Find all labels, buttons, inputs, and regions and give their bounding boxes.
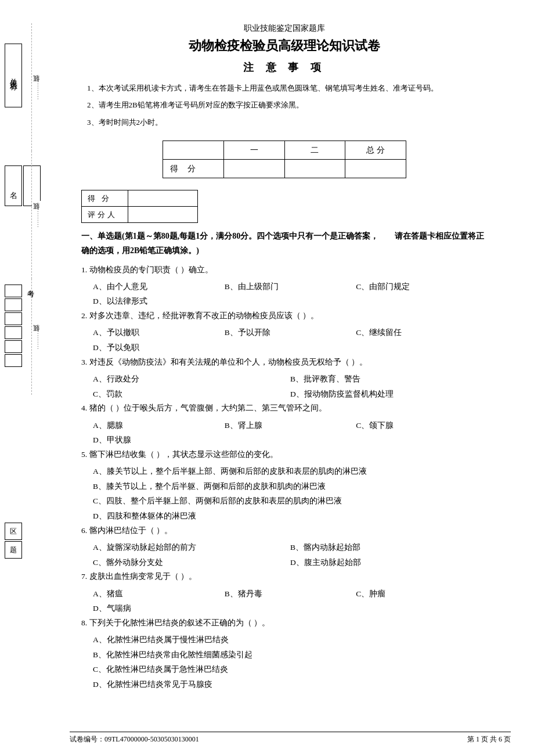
area-label: 区: [10, 527, 17, 537]
area-box: 区: [5, 523, 22, 540]
score-table-empty: [163, 141, 224, 160]
question-7: 7. 皮肤出血性病变常见于（ ）。: [81, 570, 488, 584]
notice-item-1: 1、本次考试采用机读卡方式，请考生在答题卡上用蓝色或黑色圆珠笔、钢笔填写考生姓名…: [81, 81, 488, 95]
cut-line-3: ……装订线……: [31, 279, 32, 395]
q5-opt-b: B、膝关节以上，整个后半躯、两侧和后部的皮肤和肌肉的淋巴液: [93, 479, 488, 494]
title-label: 题: [10, 545, 17, 555]
name-label: 名: [8, 185, 19, 187]
question-5: 5. 髂下淋巴结收集（ ），其状态显示这些部位的变化。: [81, 448, 488, 462]
q8-opt-c: C、化脓性淋巴结炎属于急性淋巴结炎: [93, 662, 488, 677]
footer-exam-code-label: 试卷编号：: [70, 735, 104, 743]
name-value-box: [23, 165, 41, 206]
title-sub: 职业技能鉴定国家题库: [81, 23, 488, 34]
q4-opt-c: C、颌下腺: [356, 418, 488, 433]
question-6: 6. 髂内淋巴结位于（ ）。: [81, 524, 488, 538]
score-table-val-total: [345, 160, 406, 178]
score-table-header-total: 总 分: [345, 141, 406, 160]
score-table-val-2: [284, 160, 345, 178]
q5-opt-a: A、膝关节以上，整个后半躯上部、两侧和后部的皮肤和表层的肌肉的淋巴液: [93, 464, 488, 479]
cut-line-1: ……装订线……: [31, 23, 32, 151]
section1-header: 一、单选题(第1题～第80题,每题1分，满分80分。四个选项中只有一个是正确答案…: [81, 229, 488, 258]
unit-name-label: 单位名称: [8, 72, 19, 79]
exam-num-box-5: [5, 340, 22, 353]
exam-num-label-vert: 考号: [26, 285, 35, 287]
title-notice: 注 意 事 项: [81, 60, 488, 74]
q2-opt-c: C、继续留任: [356, 325, 488, 340]
q7-opt-a: A、猪瘟: [93, 586, 225, 602]
main-content: 职业技能鉴定国家题库 动物检疫检验员高级理论知识试卷 注 意 事 项 1、本次考…: [81, 23, 488, 692]
cut-line-2-text: ……装订线……: [32, 201, 41, 229]
score-table-header-1: 一: [223, 141, 284, 160]
small-score-val-2: [128, 207, 198, 223]
q5-opt-c: C、四肢、整个后半躯上部、两侧和后部的皮肤和表层的肌肉的淋巴液: [93, 494, 488, 509]
q4-opt-b: B、肾上腺: [225, 418, 356, 433]
q5-opt-d: D、四肢和整体躯体的淋巴液: [93, 509, 488, 524]
q4-opt-d: D、甲状腺: [93, 433, 488, 448]
score-table-container: 一 二 总 分 得 分: [163, 141, 406, 178]
exam-num-box-1: [5, 285, 22, 297]
score-table-label: 得 分: [163, 160, 224, 178]
q1-opt-c: C、由部门规定: [356, 279, 488, 294]
question-4-options: A、腮腺 B、肾上腺 C、颌下腺 D、甲状腺: [81, 418, 488, 448]
q1-opt-a: A、由个人意见: [93, 279, 225, 294]
exam-num-box-3: [5, 312, 22, 325]
footer-exam-code-value: 09TL47000000-50305030130001: [104, 735, 199, 743]
exam-page: 单位名称 ……装订线…… 名 ……装订线…… 考号 ……装订线……: [0, 0, 534, 756]
notice-item-2: 2、请考生用2B铅笔将准考证号码所对应的数字按正确要求涂黑。: [81, 98, 488, 111]
q6-opt-c: C、髂外动脉分支处: [93, 555, 290, 570]
score-table-val-1: [223, 160, 284, 178]
q6-opt-d: D、腹主动脉起始部: [290, 555, 488, 570]
q1-opt-b: B、由上级部门: [225, 279, 356, 294]
footer-page-info: 第 1 页 共 6 页: [467, 735, 511, 744]
question-3-options: A、行政处分 B、批评教育、警告 C、罚款 D、报动物防疫监督机构处理: [81, 372, 488, 401]
cut-line-3-text: ……装订线……: [32, 323, 41, 351]
q1-opt-d: D、以法律形式: [93, 294, 488, 309]
exam-num-box-4: [5, 326, 22, 339]
score-table: 一 二 总 分 得 分: [163, 141, 406, 178]
small-score-label-2: 评分人: [82, 207, 128, 223]
score-table-header-2: 二: [284, 141, 345, 160]
question-8: 8. 下列关于化脓性淋巴结炎的叙述不正确的为（ ）。: [81, 616, 488, 630]
q4-opt-a: A、腮腺: [93, 418, 225, 433]
left-labels: 单位名称 ……装订线…… 名 ……装订线…… 考号 ……装订线……: [0, 0, 64, 756]
question-2: 2. 对多次违章、违纪，经批评教育不改正的动物检疫员应该（ ）。: [81, 309, 488, 323]
q2-opt-b: B、予以开除: [225, 325, 356, 340]
question-2-options: A、予以撤职 B、予以开除 C、继续留任 D、予以免职: [81, 325, 488, 355]
q8-opt-b: B、化脓性淋巴结炎常由化脓性细菌感染引起: [93, 647, 488, 663]
q7-opt-b: B、猪丹毒: [225, 586, 356, 602]
q3-opt-d: D、报动物防疫监督机构处理: [290, 387, 488, 402]
footer-exam-code: 试卷编号：09TL47000000-50305030130001: [70, 735, 199, 744]
q6-opt-a: A、旋髂深动脉起始部的前方: [93, 540, 290, 555]
q8-opt-a: A、化脓性淋巴结炎属于慢性淋巴结炎: [93, 632, 488, 647]
question-1: 1. 动物检疫员的专门职责（ ）确立。: [81, 263, 488, 277]
q3-opt-a: A、行政处分: [93, 372, 290, 387]
question-7-options: A、猪瘟 B、猪丹毒 C、肿瘤 D、气喘病: [81, 586, 488, 616]
q8-opt-d: D、化脓性淋巴结炎常见于马腺疫: [93, 677, 488, 692]
exam-num-box-6: [5, 354, 22, 367]
cut-line-2: ……装订线……: [31, 151, 32, 279]
question-4: 4. 猪的（ ）位于喉头后方，气管腹侧，大约第二、第三气管环之间。: [81, 401, 488, 415]
name-box: 名: [5, 165, 22, 206]
q3-opt-b: B、批评教育、警告: [290, 372, 488, 387]
question-1-options: A、由个人意见 B、由上级部门 C、由部门规定 D、以法律形式: [81, 279, 488, 309]
q6-opt-b: B、髂内动脉起始部: [290, 540, 488, 555]
footer: 试卷编号：09TL47000000-50305030130001 第 1 页 共…: [70, 732, 511, 744]
area-title-area: 区 题: [5, 523, 22, 559]
cut-line-1-text: ……装订线……: [32, 73, 41, 101]
small-score-table: 得 分 评分人: [81, 190, 198, 223]
title-box: 题: [5, 541, 22, 559]
question-6-options: A、旋髂深动脉起始部的前方 B、髂内动脉起始部 C、髂外动脉分支处 D、腹主动脉…: [81, 540, 488, 570]
notice-item-3: 3、考时时间共2小时。: [81, 116, 488, 129]
q7-opt-d: D、气喘病: [93, 601, 488, 616]
exam-num-box-2: [5, 298, 22, 311]
question-5-options: A、膝关节以上，整个后半躯上部、两侧和后部的皮肤和表层的肌肉的淋巴液 B、膝关节…: [81, 464, 488, 524]
q3-opt-c: C、罚款: [93, 387, 290, 402]
question-3: 3. 对违反《动物防疫法》和有关法规的单位和个人，动物检疫员无权给予（ ）。: [81, 355, 488, 369]
question-8-options: A、化脓性淋巴结炎属于慢性淋巴结炎 B、化脓性淋巴结炎常由化脓性细菌感染引起 C…: [81, 632, 488, 692]
q7-opt-c: C、肿瘤: [356, 586, 488, 602]
title-main: 动物检疫检验员高级理论知识试卷: [81, 37, 488, 55]
unit-name-box: 单位名称: [5, 44, 22, 107]
exam-num-area: [5, 285, 22, 368]
q2-opt-d: D、予以免职: [93, 340, 488, 355]
small-score-val-1: [128, 190, 198, 207]
